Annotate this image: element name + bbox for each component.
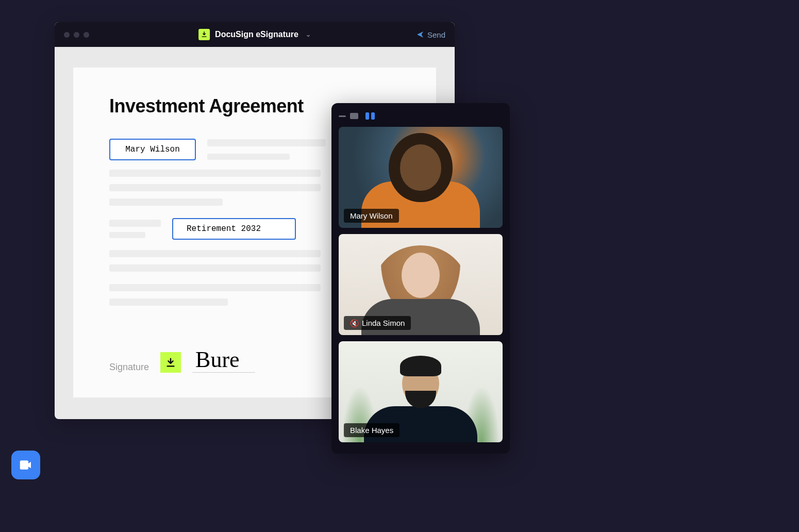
video-call-panel: Mary Wilson 🔇 Linda Simon Blake Hayes [331, 103, 510, 454]
send-icon [416, 30, 424, 39]
window-icon[interactable] [350, 113, 358, 119]
participant-name-tag: 🔇 Linda Simon [344, 316, 411, 330]
window-controls[interactable] [64, 32, 89, 38]
send-button[interactable]: Send [416, 30, 445, 39]
app-title-dropdown[interactable]: DocuSign eSignature ⌄ [198, 29, 311, 40]
signature-row: Signature Bure [109, 348, 255, 373]
chevron-down-icon: ⌄ [306, 31, 311, 38]
control-dot[interactable] [84, 32, 89, 38]
video-app-fab[interactable] [11, 451, 40, 479]
control-dot[interactable] [64, 32, 70, 38]
participant-tile[interactable]: Blake Hayes [339, 341, 503, 442]
docusign-download-icon [198, 29, 210, 40]
participant-tile[interactable]: Mary Wilson [339, 127, 503, 228]
participant-name: Linda Simon [362, 319, 405, 327]
participant-name: Blake Hayes [350, 426, 393, 435]
signature-script[interactable]: Bure [192, 348, 255, 373]
titlebar: DocuSign eSignature ⌄ Send [55, 22, 455, 47]
signature-stamp-icon[interactable] [160, 352, 181, 373]
name-field[interactable]: Mary Wilson [109, 139, 196, 160]
participant-name-tag: Blake Hayes [344, 423, 400, 437]
signature-label: Signature [109, 362, 149, 373]
camera-icon [18, 457, 34, 473]
participant-name: Mary Wilson [350, 211, 393, 220]
app-name: DocuSign eSignature [215, 30, 298, 39]
mic-muted-icon: 🔇 [350, 319, 359, 327]
control-dot[interactable] [74, 32, 79, 38]
plan-field[interactable]: Retirement 2032 [172, 218, 296, 240]
participant-tile[interactable]: 🔇 Linda Simon [339, 234, 503, 335]
participant-name-tag: Mary Wilson [344, 209, 399, 223]
minimize-icon[interactable] [339, 115, 346, 117]
layout-toggle-icon[interactable] [365, 112, 375, 120]
video-window-controls[interactable] [339, 110, 503, 122]
send-label: Send [427, 30, 445, 39]
